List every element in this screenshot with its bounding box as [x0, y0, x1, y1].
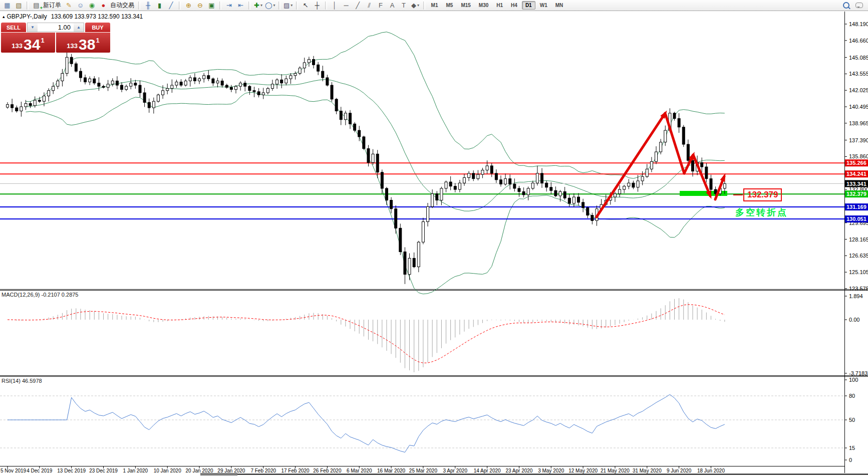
bid-price[interactable]: 133 34 1	[1, 33, 55, 53]
toolbar-separator	[278, 2, 280, 10]
price-tick-label: 140.495	[849, 104, 868, 110]
experts-icon[interactable]: ☺	[75, 1, 86, 10]
dropdown-arrow-icon: ▾	[291, 4, 293, 8]
ask-price[interactable]: 133 38 1	[56, 33, 110, 53]
volume-decrease-button[interactable]: ▼	[28, 23, 38, 32]
toolbar-separator	[27, 2, 29, 10]
tile-windows-icon[interactable]: ▣	[206, 1, 217, 10]
price-tick-label: 135.860	[849, 153, 868, 159]
bid-pipette: 1	[41, 37, 44, 44]
horizontal-line-icon[interactable]: ─	[341, 1, 352, 10]
timeframe-m15[interactable]: M15	[457, 1, 474, 10]
bar-chart-icon[interactable]: ╫	[142, 1, 154, 10]
timeframe-m5[interactable]: M5	[442, 1, 456, 10]
price-tick-label: 146.660	[849, 38, 868, 44]
macd-axis-label: -3.7183	[849, 370, 867, 376]
price-tick-label: 148.190	[849, 21, 868, 27]
price-tick-label: 125.105	[849, 269, 868, 275]
timeframe-mn[interactable]: MN	[552, 1, 567, 10]
indicators-icon[interactable]: ✚▾	[252, 1, 264, 10]
zoom-out-icon[interactable]: ⊖	[194, 1, 206, 10]
price-tick-label: 126.635	[849, 253, 868, 259]
autotrading-icon[interactable]: ●	[98, 1, 109, 10]
new-chart-icon[interactable]: ▦	[2, 1, 13, 10]
ask-pipette: 1	[96, 37, 99, 44]
crosshair-icon[interactable]: ┼	[312, 1, 323, 10]
timeframe-m30[interactable]: M30	[475, 1, 492, 10]
support-price-flag[interactable]: 132.379	[743, 188, 782, 201]
sell-button[interactable]: SELL	[1, 23, 26, 32]
line-chart-icon[interactable]: ╱	[165, 1, 177, 10]
ask-pips: 38	[79, 38, 95, 51]
text-label-icon[interactable]: T	[398, 1, 410, 10]
new-order-icon-label[interactable]: 新订单	[43, 1, 61, 10]
date-axis[interactable]: 5 Nov 20194 Dec 201913 Dec 201923 Dec 20…	[1, 466, 725, 473]
timeframe-w1[interactable]: W1	[536, 1, 551, 10]
candlestick-chart-icon[interactable]: ▮	[154, 1, 165, 10]
volume-value[interactable]: 1.00	[38, 23, 74, 32]
rsi-axis-label: 100	[849, 377, 858, 383]
date-label: 23 Apr 2020	[505, 468, 532, 473]
timeframe-h1[interactable]: H1	[493, 1, 506, 10]
search-icon[interactable]	[843, 2, 849, 9]
macd-label: MACD(12,26,9) -0.2107 0.2875	[2, 292, 78, 298]
chart-shift-icon[interactable]: ⇤	[235, 1, 246, 10]
templates-icon[interactable]: ▨▾	[282, 1, 294, 10]
window-triangle-icon: ▴	[3, 14, 5, 19]
volume-spinner: ▼ 1.00 ▲	[27, 23, 84, 32]
buy-button[interactable]: BUY	[85, 23, 110, 32]
rsi-axis-label: 15	[849, 445, 855, 451]
cursor-icon[interactable]: ↖	[300, 1, 312, 10]
fibonacci-icon[interactable]: F	[375, 1, 387, 10]
new-order-icon[interactable]: ▤+	[31, 1, 42, 10]
chart-canvas[interactable]: 148.190146.660145.085143.555142.025140.4…	[0, 0, 868, 476]
price-badge-label: 133.341	[846, 181, 866, 187]
timeframe-d1[interactable]: D1	[522, 1, 535, 10]
profiles-icon[interactable]: ▧	[13, 1, 25, 10]
periods-icon[interactable]: ◯▾	[264, 1, 276, 10]
date-label: 21 May 2020	[601, 468, 630, 473]
price-tick-label: 137.390	[849, 137, 868, 143]
date-label: 12 May 2020	[568, 468, 598, 473]
date-label: 4 Dec 2019	[27, 468, 53, 473]
autotrading-icon-label[interactable]: 自动交易	[110, 1, 134, 10]
date-label: 9 Jun 2020	[667, 468, 692, 473]
vertical-line-icon[interactable]: │	[329, 1, 341, 10]
trendline-icon[interactable]: ╱	[352, 1, 364, 10]
chat-icon[interactable]	[855, 3, 863, 8]
toolbar-separator	[138, 2, 140, 10]
symbol-period-label: GBPJPY-,Daily	[7, 13, 47, 20]
date-label: 5 Nov 2019	[1, 468, 27, 473]
macd-axis-label: 1.894	[849, 293, 863, 299]
date-label: 3 Apr 2020	[443, 468, 468, 473]
price-tick-label: 123.575	[849, 286, 868, 292]
price-tick-label: 128.165	[849, 236, 868, 243]
auto-scroll-icon[interactable]: ⇥	[223, 1, 235, 10]
dropdown-arrow-icon: ▾	[417, 4, 419, 8]
rsi-axis-label: 0	[849, 457, 852, 463]
price-badge-label: 134.241	[846, 171, 866, 177]
bid-pips: 34	[24, 38, 40, 51]
zoom-in-icon[interactable]: ⊕	[183, 1, 194, 10]
price-tick-label: 142.025	[849, 87, 868, 93]
dropdown-arrow-icon: ▾	[260, 4, 262, 8]
text-icon[interactable]: A	[387, 1, 398, 10]
rsi-axis-label: 80	[849, 393, 855, 399]
timeframe-m1[interactable]: M1	[428, 1, 442, 10]
date-label: 23 Dec 2019	[89, 468, 118, 473]
shapes-icon[interactable]: ◆▾	[410, 1, 421, 10]
metaeditor-icon[interactable]: ✎	[63, 1, 75, 10]
date-label: 7 Feb 2020	[250, 468, 276, 473]
signals-icon[interactable]: ◉	[86, 1, 98, 10]
toolbar-separator	[248, 2, 250, 10]
one-click-trading-panel: SELL ▼ 1.00 ▲ BUY 133 34 1 133 38 1	[1, 23, 110, 53]
date-label: 16 Mar 2020	[377, 468, 406, 473]
date-label: 3 May 2020	[538, 468, 564, 473]
volume-increase-button[interactable]: ▲	[74, 23, 84, 32]
date-label: 31 May 2020	[633, 468, 662, 473]
date-label: 1 Jan 2020	[123, 468, 148, 473]
equidistant-channel-icon[interactable]: ⫽	[364, 1, 375, 10]
date-label: 29 Jan 2020	[217, 468, 245, 473]
timeframe-h4[interactable]: H4	[507, 1, 521, 10]
price-badge-label: 130.051	[846, 216, 866, 222]
